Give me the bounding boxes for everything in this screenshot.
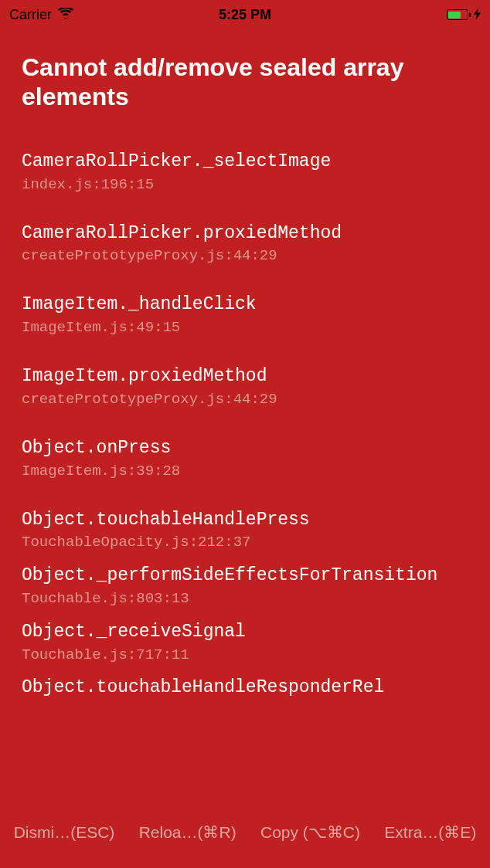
charging-icon [474,8,481,22]
frame-method: Object._receiveSignal [22,621,468,643]
error-content: Cannot add/remove sealed array elements … [0,29,490,698]
copy-button[interactable]: Copy (⌥⌘C) [260,823,360,842]
battery-icon [447,9,471,20]
stack-trace[interactable]: CameraRollPicker._selectImage index.js:1… [22,151,468,699]
frame-location: ImageItem.js:49:15 [22,319,468,336]
frame-location: createPrototypeProxy.js:44:29 [22,391,468,408]
frame-method: CameraRollPicker.proxiedMethod [22,222,468,245]
carrier-label: Carrier [9,7,52,23]
extra-button[interactable]: Extra…(⌘E) [384,823,476,842]
stack-frame[interactable]: ImageItem._handleClick ImageItem.js:49:1… [22,293,468,336]
stack-frame[interactable]: CameraRollPicker.proxiedMethod createPro… [22,222,468,265]
dismiss-button[interactable]: Dismi…(ESC) [14,823,115,842]
stack-frame[interactable]: Object.touchableHandlePress TouchableOpa… [22,509,468,551]
frame-method: CameraRollPicker._selectImage [22,151,468,173]
stack-frame-partial[interactable]: Object.touchableHandleResponderRel [22,677,468,699]
footer-toolbar: Dismi…(ESC) Reloa…(⌘R) Copy (⌥⌘C) Extra…… [0,823,490,842]
frame-method: ImageItem._handleClick [22,293,468,316]
frame-location: index.js:196:15 [22,176,468,193]
stack-frame[interactable]: Object._receiveSignal Touchable.js:717:1… [22,621,468,663]
status-right [447,8,481,22]
stack-frame[interactable]: ImageItem.proxiedMethod createPrototypeP… [22,365,468,408]
status-bar: Carrier 5:25 PM [0,0,490,29]
frame-location: Touchable.js:803:13 [22,590,468,607]
frame-method: ImageItem.proxiedMethod [22,365,468,388]
frame-location: ImageItem.js:39:28 [22,463,468,480]
status-time: 5:25 PM [219,7,271,23]
frame-method: Object._performSideEffectsForTransition [22,565,468,587]
reload-button[interactable]: Reloa…(⌘R) [139,823,236,842]
wifi-icon [58,7,73,23]
error-title: Cannot add/remove sealed array elements [22,53,468,112]
stack-frame[interactable]: Object._performSideEffectsForTransition … [22,565,468,607]
frame-location: TouchableOpacity.js:212:37 [22,534,468,551]
frame-location: createPrototypeProxy.js:44:29 [22,247,468,264]
stack-frame[interactable]: Object.onPress ImageItem.js:39:28 [22,437,468,480]
frame-location: Touchable.js:717:11 [22,646,468,663]
frame-method: Object.touchableHandlePress [22,509,468,531]
status-left: Carrier [9,7,73,23]
stack-frame[interactable]: CameraRollPicker._selectImage index.js:1… [22,151,468,193]
frame-method: Object.onPress [22,437,468,459]
